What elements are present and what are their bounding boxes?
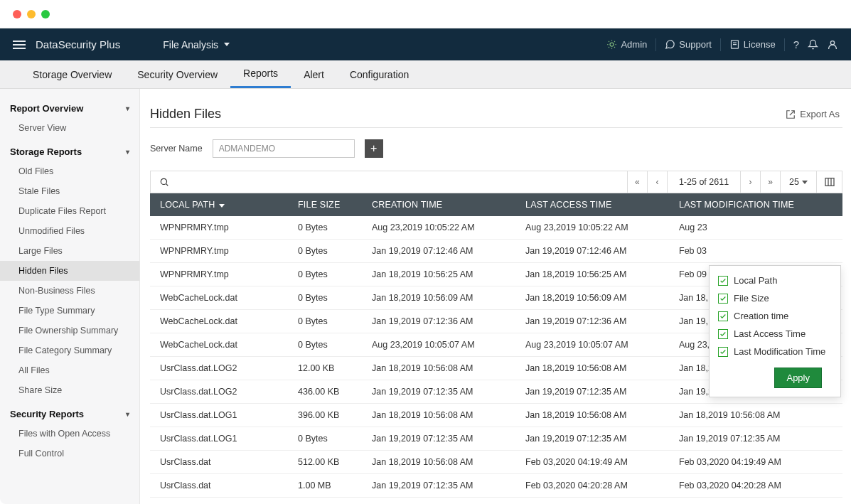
table-row[interactable]: WPNPRMRY.tmp0 BytesAug 23,2019 10:05:22 … [150,216,842,240]
col-file-size[interactable]: FILE SIZE [292,193,366,216]
admin-link[interactable]: Admin [606,39,647,50]
table-row[interactable]: UsrClass.dat.LOG10 BytesJan 19,2019 07:1… [150,427,842,451]
page-size-select[interactable]: 25 [780,171,816,193]
cell-size: 0 Bytes [292,427,366,451]
cell-la: Jan 18,2019 10:56:08 AM [520,357,673,380]
hamburger-icon[interactable] [13,41,26,49]
close-window-button[interactable] [13,10,21,18]
sidebar-item-all-files[interactable]: All Files [0,360,139,380]
server-name-label: Server Name [150,144,203,154]
page-last-button[interactable]: » [760,171,780,193]
sidebar-item-stale-files[interactable]: Stale Files [0,181,139,201]
tab-storage-overview[interactable]: Storage Overview [20,60,124,88]
cell-lm: Feb 03 [673,240,842,263]
col-last-mod[interactable]: LAST MODIFICATION TIME [673,193,842,216]
cell-size: 1.00 MB [292,474,366,498]
bell-icon[interactable] [808,39,818,50]
user-icon[interactable] [827,39,838,50]
cell-size: 0 Bytes [292,333,366,357]
sidebar-item-hidden-files[interactable]: Hidden Files [0,261,139,281]
cell-path: UsrClass.dat [150,451,292,474]
sidebar-item-non-business-files[interactable]: Non-Business Files [0,281,139,301]
sidebar-item-share-size[interactable]: Share Size [0,380,139,400]
col-last-access[interactable]: LAST ACCESS TIME [520,193,673,216]
page-first-button[interactable]: « [627,171,647,193]
search-button[interactable] [151,177,176,187]
col-local-path[interactable]: LOCAL PATH [150,193,292,216]
cell-la: Feb 03,2020 04:20:28 AM [520,474,673,498]
sidebar-section-storage-reports[interactable]: Storage Reports ▾ [0,142,139,161]
cell-ct: Jan 18,2019 10:56:08 AM [366,451,520,474]
tab-alert[interactable]: Alert [291,60,337,88]
sidebar-item-large-files[interactable]: Large Files [0,241,139,261]
sidebar-section-report-overview[interactable]: Report Overview ▾ [0,99,139,118]
app-brand: DataSecurity Plus [36,38,120,50]
sidebar-item-files-open-access[interactable]: Files with Open Access [0,424,139,444]
support-link[interactable]: Support [665,39,712,50]
maximize-window-button[interactable] [41,10,50,18]
sidebar-item-file-ownership-summary[interactable]: File Ownership Summary [0,321,139,341]
sidebar-item-duplicate-files[interactable]: Duplicate Files Report [0,201,139,221]
cell-ct: Aug 23,2019 10:05:22 AM [366,216,520,240]
window-titlebar [0,0,851,28]
page-prev-button[interactable]: ‹ [647,171,667,193]
column-picker-button[interactable] [816,171,842,193]
table-row[interactable]: UsrClass.dat1.00 MBJan 19,2019 07:12:35 … [150,474,842,498]
tab-bar: Storage Overview Security Overview Repor… [0,60,851,89]
cell-path: WPNPRMRY.tmp [150,216,292,240]
table-row[interactable]: UsrClass.dat.LOG1396.00 KBJan 18,2019 10… [150,404,842,427]
cell-la: Jan 18,2019 10:56:08 AM [520,404,673,427]
cell-size: 0 Bytes [292,310,366,333]
main-panel: Hidden Files Export As Server Name + « ‹… [140,89,851,504]
minimize-window-button[interactable] [27,10,36,18]
table-header-row: LOCAL PATH FILE SIZE CREATION TIME LAST … [150,193,842,216]
help-icon[interactable]: ? [793,38,799,50]
cell-ct: Jan 18,2019 10:56:08 AM [366,404,520,427]
cell-la: Aug 23,2019 10:05:22 AM [520,216,673,240]
license-link[interactable]: License [729,39,776,50]
sidebar-item-full-control[interactable]: Full Control [0,444,139,463]
page-next-button[interactable]: › [740,171,760,193]
sidebar-item-server-view[interactable]: Server View [0,118,139,138]
sidebar-section-security-reports[interactable]: Security Reports ▾ [0,404,139,424]
export-as-button[interactable]: Export As [786,109,840,119]
table-row[interactable]: WPNPRMRY.tmp0 BytesJan 19,2019 07:12:46 … [150,240,842,263]
colopt-creation-time[interactable]: Creation time [710,307,840,325]
tab-security-overview[interactable]: Security Overview [124,60,230,88]
cell-la: Jan 18,2019 10:56:25 AM [520,263,673,286]
cell-size: 0 Bytes [292,216,366,240]
colopt-local-path[interactable]: Local Path [710,272,840,289]
checkbox-checked-icon [718,294,728,304]
cell-lm: Jan 19,2019 07:12:35 AM [673,427,842,451]
tab-configuration[interactable]: Configuration [337,60,422,88]
cell-ct: Jan 18,2019 10:56:08 AM [366,357,520,380]
cell-path: WebCacheLock.dat [150,310,292,333]
cell-la: Aug 23,2019 10:05:07 AM [520,333,673,357]
chevron-down-icon [224,43,230,46]
sidebar-item-unmodified-files[interactable]: Unmodified Files [0,221,139,241]
server-name-input[interactable] [213,139,355,158]
search-icon [159,177,169,187]
cell-ct: Jan 18,2019 10:56:25 AM [366,263,520,286]
cell-lm: Feb 03,2020 04:19:49 AM [673,451,842,474]
checkbox-checked-icon [718,329,728,339]
colopt-last-access[interactable]: Last Access Time [710,325,840,343]
colopt-file-size[interactable]: File Size [710,289,840,307]
cell-size: 436.00 KB [292,380,366,404]
module-dropdown[interactable]: File Analysis [163,39,230,50]
add-server-button[interactable]: + [365,139,383,158]
cell-size: 0 Bytes [292,286,366,310]
tab-reports[interactable]: Reports [230,60,291,88]
colopt-last-mod[interactable]: Last Modification Time [710,343,840,360]
cell-ct: Jan 19,2019 07:12:36 AM [366,310,520,333]
apply-columns-button[interactable]: Apply [774,368,822,388]
sidebar: Report Overview ▾ Server View Storage Re… [0,89,140,504]
cell-path: UsrClass.dat [150,474,292,498]
col-creation-time[interactable]: CREATION TIME [366,193,520,216]
cell-path: UsrClass.dat.LOG1 [150,427,292,451]
module-label: File Analysis [163,39,218,50]
sidebar-item-old-files[interactable]: Old Files [0,161,139,181]
sidebar-item-file-type-summary[interactable]: File Type Summary [0,301,139,321]
sidebar-item-file-category-summary[interactable]: File Category Summary [0,341,139,360]
table-row[interactable]: UsrClass.dat512.00 KBJan 18,2019 10:56:0… [150,451,842,474]
